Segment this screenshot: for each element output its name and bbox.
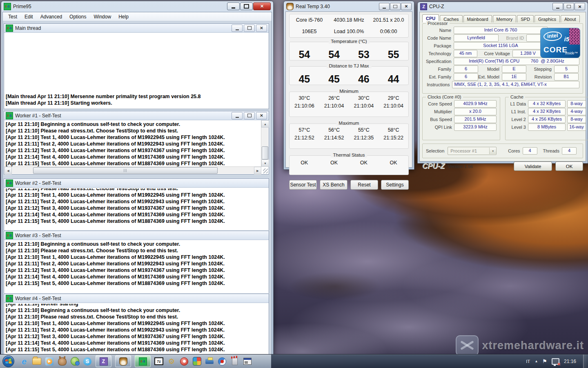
cpuz-titlebar[interactable]: Z CPU-Z (418, 2, 588, 11)
maximize-button[interactable] (244, 25, 255, 32)
scanner-app-icon[interactable] (205, 357, 214, 366)
menu-test[interactable]: Test (4, 13, 21, 20)
maximize-button[interactable] (564, 3, 574, 10)
start-button[interactable] (2, 355, 14, 367)
thermal-status: OK (330, 160, 338, 166)
worker2-titlebar[interactable]: 2-1 Worker #2 - Self-Test (4, 179, 269, 188)
burn-app-icon[interactable] (230, 357, 239, 366)
messenger-icon[interactable] (70, 357, 79, 366)
internet-explorer-icon[interactable]: e (20, 357, 29, 366)
menu-advanced[interactable]: Advanced (37, 13, 66, 20)
i5-text: i5 (564, 36, 569, 43)
scroll-up-icon[interactable] (261, 120, 269, 128)
minimize-button[interactable] (232, 112, 243, 119)
7zip-icon[interactable]: 7z (154, 357, 163, 366)
core0-temp: 54 (298, 49, 310, 61)
tab-spd[interactable]: SPD (517, 15, 534, 22)
main-thread-log[interactable]: [Main thread Apr 11 21:10] Mersenne numb… (4, 33, 269, 109)
menu-window[interactable]: Window (90, 13, 115, 20)
console-app-icon[interactable] (243, 357, 252, 366)
windows-explorer-icon[interactable] (32, 357, 41, 366)
core3-distance: 44 (388, 73, 399, 85)
realtemp-taskbar-button[interactable] (115, 355, 131, 367)
worker1-log[interactable]: [Apr 11 21:10] Beginning a continuous se… (4, 120, 261, 167)
sensor-test-button[interactable]: Sensor Test (289, 180, 317, 190)
tab-about[interactable]: About (561, 15, 580, 22)
close-button[interactable] (253, 2, 271, 10)
close-button[interactable] (575, 3, 585, 10)
action-center-flag-icon[interactable] (542, 358, 547, 364)
reset-button[interactable]: Reset (350, 180, 378, 190)
main-thread-titlebar[interactable]: 2-1 Main thread (4, 24, 269, 33)
emule-icon[interactable] (58, 357, 67, 366)
tab-memory[interactable]: Memory (493, 15, 517, 22)
maximum-panel: Maximum 57°C 56°C 55°C 58°C 21:12:52 21:… (289, 123, 409, 149)
processor-group-label: Processor (426, 21, 450, 26)
language-indicator[interactable]: IT (526, 359, 530, 364)
worker4-titlebar[interactable]: 2-1 Worker #4 - Self-Test (4, 294, 269, 303)
log-line: [Apr 11 21:10] Beginning a continuous se… (6, 121, 261, 128)
minimize-button[interactable] (227, 2, 240, 10)
version-text: Version 1.56 (448, 164, 473, 169)
xs-bench-button[interactable]: XS Bench (320, 180, 347, 190)
skype-icon[interactable]: S (83, 357, 92, 366)
menu-help[interactable]: Help (115, 13, 132, 20)
worker1-titlebar[interactable]: 2-1 Worker #1 - Self-Test (4, 111, 269, 120)
core2-distance: 46 (358, 73, 370, 85)
realtemp-titlebar[interactable]: Real Temp 3.40 (284, 1, 414, 11)
scroll-down-icon[interactable] (261, 159, 269, 167)
vertical-scrollbar[interactable] (261, 120, 268, 167)
clock[interactable]: 21:16 (564, 359, 576, 364)
minimize-button[interactable] (232, 25, 243, 32)
tab-graphics[interactable]: Graphics (535, 15, 560, 22)
minimize-button[interactable] (552, 3, 563, 10)
close-button[interactable] (401, 3, 412, 10)
media-player-icon[interactable] (45, 357, 54, 366)
maximum-label: Maximum (336, 121, 362, 126)
validate-button[interactable]: Validate (514, 162, 552, 171)
photos-app-icon[interactable] (192, 357, 201, 366)
min-time: 21:10:04 (324, 103, 344, 109)
prime95-titlebar[interactable]: 2-1 Prime95 (1, 1, 273, 11)
worker3-titlebar[interactable]: 2-1 Worker #3 - Self-Test (4, 231, 269, 240)
worker2-log[interactable]: [Apr 11 21:10] Please read stress.txt. C… (4, 188, 269, 232)
scroll-right-icon[interactable] (254, 167, 261, 175)
core-speed-label: Core Speed (426, 101, 452, 106)
ball-app-icon[interactable] (218, 357, 227, 366)
resize-grip[interactable] (263, 168, 268, 173)
cpuz-taskbar-button[interactable]: Z (96, 355, 111, 367)
daemon-tools-icon[interactable] (167, 357, 176, 366)
settings-button[interactable]: Settings (381, 180, 409, 190)
worker1-title: Worker #1 - Self-Test (15, 113, 61, 119)
maximize-button[interactable] (240, 2, 253, 10)
processor-select[interactable]: Processor #1 (448, 147, 497, 155)
voltage-label: Core Voltage (477, 51, 510, 56)
close-button[interactable] (256, 25, 267, 32)
minimize-button[interactable] (379, 3, 390, 10)
hidden-icons-chevron-icon[interactable] (535, 359, 538, 363)
red-app-icon[interactable] (180, 357, 189, 366)
family-label: Family (426, 67, 451, 72)
tab-mainboard[interactable]: Mainboard (463, 15, 492, 22)
show-desktop-button[interactable] (583, 355, 588, 368)
scroll-thumb[interactable] (33, 167, 218, 174)
name-label: Name (426, 28, 451, 33)
core3-temp: 55 (388, 49, 399, 61)
menu-options[interactable]: Options (66, 13, 90, 20)
worker4-log[interactable]: [Apr 11 21:10] Worker starting [Apr 11 2… (4, 303, 269, 355)
network-status-icon[interactable] (552, 358, 559, 365)
maximize-button[interactable] (244, 112, 255, 119)
maximize-button[interactable] (390, 3, 401, 10)
scroll-left-icon[interactable] (4, 167, 12, 175)
cpu-info-panel: Core i5-760 4030.18 MHz 201.51 x 20.0 10… (289, 14, 409, 38)
ok-button[interactable]: OK (555, 162, 583, 171)
watermark-text: xtremehardware.it (482, 339, 584, 352)
worker3-log[interactable]: [Apr 11 21:10] Beginning a continuous se… (4, 240, 269, 295)
max-time: 21:14:52 (324, 135, 344, 141)
scroll-thumb[interactable] (262, 146, 268, 159)
close-button[interactable] (256, 112, 267, 119)
horizontal-scrollbar[interactable] (4, 166, 261, 174)
prime95-taskbar-button[interactable]: 2-1 (135, 355, 151, 367)
codename-label: Code Name (426, 36, 451, 40)
menu-edit[interactable]: Edit (21, 13, 37, 20)
